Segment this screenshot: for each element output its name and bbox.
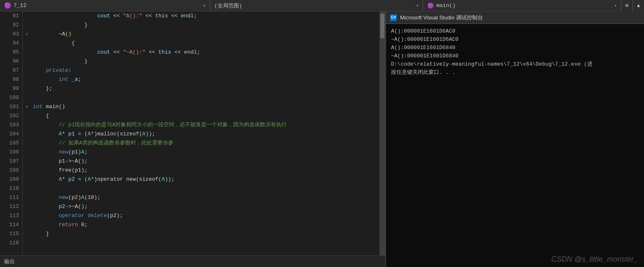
code-line[interactable]: p1->~A();: [33, 157, 379, 166]
gutter-line: ▽: [23, 102, 31, 111]
debug-output: A():000001E1601D6AC0~A():000001E1601D6AC…: [386, 24, 644, 252]
code-line[interactable]: private:: [33, 66, 379, 75]
gutter-line: [23, 157, 31, 166]
code-line[interactable]: [33, 184, 379, 193]
code-line[interactable]: A* p1 = (A*)malloc(sizeof(A));: [33, 130, 379, 139]
gutter-line: [23, 121, 31, 130]
code-line[interactable]: {: [33, 39, 379, 48]
debug-footer: CSDN @s_little_monster_: [386, 252, 644, 267]
gutter-line: [23, 166, 31, 175]
line-number: 91: [0, 12, 19, 21]
gutter-line: [23, 39, 31, 48]
gutter-line: ▽: [23, 30, 31, 39]
scroll-up-button[interactable]: ▲: [632, 0, 644, 12]
file-dropdown-arrow[interactable]: ▾: [203, 3, 206, 8]
line-number: 112: [0, 202, 19, 211]
pin-button[interactable]: ⊞: [621, 0, 632, 12]
line-number: 93: [0, 30, 19, 39]
file-icon: 🟣: [4, 2, 11, 9]
line-number: 104: [0, 130, 19, 139]
gutter-line: [23, 239, 31, 248]
gutter-line: [23, 111, 31, 121]
filename-label: 7_12: [14, 2, 26, 9]
line-number: 100: [0, 93, 19, 102]
line-number: 99: [0, 84, 19, 93]
gutter-line: [23, 21, 31, 30]
gutter: ▽▽: [23, 12, 31, 255]
line-number: 116: [0, 239, 19, 248]
code-line[interactable]: int _a;: [33, 75, 379, 84]
gutter-line: [23, 66, 31, 75]
line-number: 107: [0, 157, 19, 166]
gutter-line: [23, 202, 31, 211]
code-line[interactable]: };: [33, 84, 379, 93]
code-line[interactable]: new(p2)A(10);: [33, 193, 379, 202]
scope-label: (全局范围): [214, 2, 242, 9]
scope-selector[interactable]: (全局范围) ▾: [210, 0, 423, 11]
line-number: 96: [0, 57, 19, 66]
code-line[interactable]: // p1现在指向的是与A对象相同大小的一段空间，还不能算是一个对象，因为构造函…: [33, 121, 379, 130]
gutter-line: [23, 75, 31, 84]
gutter-line: [23, 57, 31, 66]
line-number: 115: [0, 229, 19, 239]
debug-line: ~A():000001E1601D6AC0: [391, 35, 639, 44]
debug-line: D:\code\relatively-meaningful-names\7_12…: [391, 60, 639, 69]
line-number: 109: [0, 175, 19, 184]
collapse-button[interactable]: ▽: [26, 104, 28, 109]
code-line[interactable]: cout << "A():" << this << endl;: [33, 12, 379, 21]
main-content: 9192939495969798991001011021031041051061…: [0, 12, 644, 267]
code-line[interactable]: [33, 239, 379, 248]
code-area: 9192939495969798991001011021031041051061…: [0, 12, 385, 255]
code-line[interactable]: ~A(): [33, 30, 379, 39]
line-number: 92: [0, 21, 19, 30]
method-selector[interactable]: 🟣 main() ▾: [423, 0, 621, 11]
gutter-line: [23, 130, 31, 139]
method-label: main(): [436, 2, 456, 9]
line-number: 98: [0, 75, 19, 84]
line-number: 105: [0, 139, 19, 148]
code-line[interactable]: }: [33, 57, 379, 66]
code-line[interactable]: operator delete(p2);: [33, 211, 379, 220]
code-line[interactable]: p2->~A();: [33, 202, 379, 211]
file-selector[interactable]: 🟣 7_12 ▾: [0, 0, 210, 11]
code-line[interactable]: int main(): [33, 102, 379, 111]
gutter-line: [23, 93, 31, 102]
debug-line: ~A():000001E1601D6840: [391, 52, 639, 60]
gutter-line: [23, 193, 31, 202]
scope-dropdown-arrow[interactable]: ▾: [416, 3, 419, 8]
gutter-line: [23, 211, 31, 220]
collapse-button[interactable]: ▽: [26, 32, 28, 37]
gutter-line: [23, 148, 31, 157]
line-numbers: 9192939495969798991001011021031041051061…: [0, 12, 23, 255]
code-line[interactable]: [33, 93, 379, 102]
toolbar: 🟣 7_12 ▾ (全局范围) ▾ 🟣 main() ▾ ⊞ ▲: [0, 0, 644, 12]
code-line[interactable]: {: [33, 111, 379, 121]
line-number: 95: [0, 48, 19, 57]
line-number: 103: [0, 121, 19, 130]
code-line[interactable]: }: [33, 21, 379, 30]
line-number: 110: [0, 184, 19, 193]
debug-icon: C#: [390, 14, 397, 21]
code-line[interactable]: A* p2 = (A*)operator new(sizeof(A));: [33, 175, 379, 184]
debug-line: A():000001E1601D6840: [391, 44, 639, 52]
gutter-line: [23, 139, 31, 148]
method-dropdown-arrow[interactable]: ▾: [614, 3, 617, 8]
debug-line: 按任意键关闭此窗口. . .: [391, 69, 639, 77]
code-lines[interactable]: cout << "A():" << this << endl; } ~A() {…: [31, 12, 379, 255]
code-line[interactable]: return 0;: [33, 220, 379, 229]
line-number: 111: [0, 193, 19, 202]
scrollbar-thumb[interactable]: [380, 14, 384, 38]
debug-titlebar: C# Microsoft Visual Studio 调试控制台: [386, 12, 644, 24]
vertical-scrollbar[interactable]: [379, 12, 385, 255]
code-line[interactable]: new(p1)A;: [33, 148, 379, 157]
code-line[interactable]: // 如果A类的构造函数有参数时，此处需要传参: [33, 139, 379, 148]
gutter-line: [23, 12, 31, 21]
line-number: 97: [0, 66, 19, 75]
debug-title: Microsoft Visual Studio 调试控制台: [400, 14, 483, 21]
code-line[interactable]: }: [33, 229, 379, 239]
line-number: 108: [0, 166, 19, 175]
code-line[interactable]: cout << "~A():" << this << endl;: [33, 48, 379, 57]
code-line[interactable]: free(p1);: [33, 166, 379, 175]
gutter-line: [23, 184, 31, 193]
line-number: 114: [0, 220, 19, 229]
